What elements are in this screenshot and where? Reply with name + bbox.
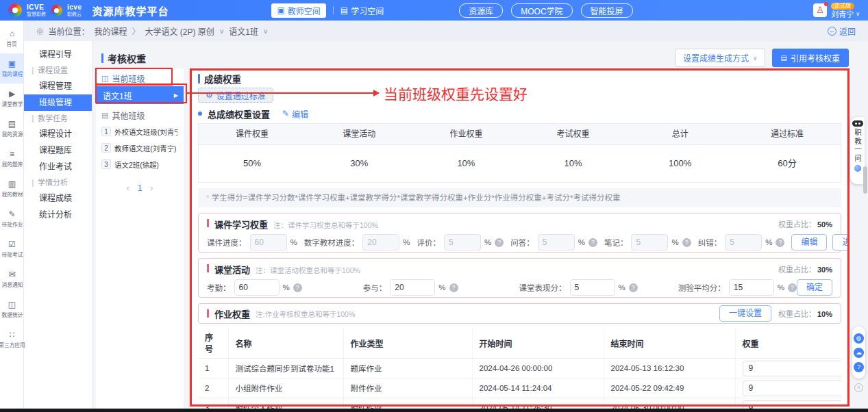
participation-input[interactable] <box>390 279 435 296</box>
rail-item-third-party[interactable]: ∷第三方应用 <box>0 324 24 355</box>
rail-item-statistics[interactable]: ◫数据统计 <box>0 294 24 324</box>
set-grade-generation-button[interactable]: 设置成绩生成方式 ∨ <box>675 49 765 67</box>
edit-total-weight-button[interactable]: ✎ 编辑 <box>282 108 308 120</box>
weight-input[interactable] <box>743 361 842 376</box>
rail-item-classroom-teaching[interactable]: ▶课堂教学 <box>0 83 24 114</box>
download-float-icon[interactable]: ☁ <box>854 348 864 358</box>
nav-teacher-space[interactable]: ▣ 教师空间 <box>271 3 325 18</box>
mooc-college-button[interactable]: MOOC学院 <box>511 3 572 18</box>
help-icon[interactable]: ? <box>495 238 504 247</box>
one-click-setting-button[interactable]: 一键设置 <box>719 305 771 322</box>
homework-actions: 一键设置 权重占比：10% <box>719 305 832 322</box>
assistant-tab[interactable]: 职教一问 <box>850 117 865 184</box>
col-header-end: 结束时间 <box>604 328 735 359</box>
class-caret-icon[interactable]: ∨ <box>263 27 268 35</box>
activity-confirm-button[interactable]: 确定 <box>797 279 832 296</box>
rail-item-textbooks[interactable]: ▥我的教材 <box>0 174 24 204</box>
rail-item-question-bank[interactable]: ≡我的题库 <box>0 144 24 174</box>
rail-label: 我的教材 <box>1 190 23 197</box>
field-quiz-average: 测验平均分： % ? <box>678 279 797 296</box>
help-icon[interactable]: ? <box>449 283 458 292</box>
resource-library-button[interactable]: 资源库 <box>459 3 503 18</box>
grade-weight-title-text: 成绩权重 <box>204 72 241 86</box>
rail-label: 数据统计 <box>1 310 23 318</box>
submenu-course-question-bank[interactable]: 课程题库 <box>24 142 92 159</box>
nav-learning-space[interactable]: ▤ 学习空间 <box>340 5 384 16</box>
back-button[interactable]: ← 返回 <box>828 25 856 37</box>
submenu-section-teaching-task: 教学任务 <box>24 111 92 126</box>
cell-start-time: 2024-04-26 00:00:00 <box>472 359 604 378</box>
submenu-course-design[interactable]: 课程设计 <box>24 126 92 142</box>
class-list-item[interactable]: 2 教师语文班(刘青宁) <box>96 140 184 156</box>
weight-cell: % <box>743 381 835 396</box>
browser-float-icon[interactable]: ◍ <box>854 333 864 344</box>
logo2-title: icve <box>67 4 82 12</box>
rail-item-pending-homework[interactable]: ✎待批作业 <box>0 204 24 234</box>
attendance-input[interactable] <box>234 279 280 296</box>
learning-space-icon: ▤ <box>340 5 348 15</box>
smart-cast-button[interactable]: 智能投屏 <box>581 3 633 18</box>
quote-assessment-weight-button[interactable]: ▤ 引用考核权重 <box>772 49 849 67</box>
scrollbar-thumb[interactable] <box>863 166 867 194</box>
set-pass-standard-button[interactable]: ⚙ 设置通过标准 <box>198 88 273 103</box>
help-icon[interactable]: ? <box>588 238 597 247</box>
rail-label: 我的课程 <box>1 69 23 77</box>
rail-item-notifications[interactable]: ✉消息通知 <box>0 264 24 294</box>
current-class-row[interactable]: 语文1班 ▶ <box>96 86 184 104</box>
icve-logo-icon <box>8 3 22 17</box>
help-icon[interactable]: ? <box>776 238 784 247</box>
class-list-item[interactable]: 1 外校语文班级(刘青宁sy) <box>96 123 184 140</box>
rail-item-my-resources[interactable]: ▤我的资源 <box>0 114 24 144</box>
user-name[interactable]: 刘青宁 ∨ <box>831 11 860 18</box>
submenu-class-manage[interactable]: 班级管理 <box>24 94 92 111</box>
evaluation-input[interactable] <box>444 234 481 250</box>
submenu-stat-analysis[interactable]: 统计分析 <box>24 207 92 223</box>
avatar[interactable]: ♙ <box>813 3 827 17</box>
learning-space-label: 学习空间 <box>351 5 384 16</box>
help-icon[interactable]: ? <box>788 283 797 292</box>
submenu-course-grade[interactable]: 课程成绩 <box>24 190 92 207</box>
submenu-course-manage[interactable]: 课程管理 <box>24 78 92 94</box>
submenu-homework-exam[interactable]: 作业考试 <box>24 159 92 175</box>
breadcrumb-course[interactable]: 大学语文 (2P) 原创 <box>145 25 214 37</box>
class-performance-input[interactable] <box>570 279 615 296</box>
help-float-icon[interactable]: ? <box>854 362 864 372</box>
close-float-icon[interactable]: × <box>854 383 863 392</box>
class-name: 外校语文班级(刘青宁sy) <box>114 126 177 136</box>
cell-start-time: 2024-05-14 11:26:30 <box>472 398 604 409</box>
courseware-weight-section: 课件学习权重 注：课件学习权重总和等于100% 权重占比：50% 课件进度： %… <box>198 213 841 253</box>
qa-input[interactable] <box>538 234 575 250</box>
submenu-course-guide[interactable]: 课程引导 <box>24 47 92 63</box>
user-area[interactable]: ♙ 正式版 刘青宁 ∨ <box>813 3 860 18</box>
rail-item-home[interactable]: ⌂首页 <box>0 23 24 53</box>
pass-standard-label: 设置通过标准 <box>216 90 266 101</box>
teacher-space-icon: ▣ <box>277 5 284 15</box>
pagination-prev-icon[interactable]: ‹ <box>127 183 129 193</box>
globe-icon <box>854 165 861 172</box>
course-caret-icon[interactable]: ∨ <box>219 27 224 35</box>
digital-textbook-progress-input[interactable] <box>362 234 399 250</box>
pending-homework-icon: ✎ <box>8 210 15 218</box>
field-notes: 笔记： % ? <box>604 234 691 250</box>
current-class-icon: ◫ <box>101 74 108 83</box>
courseware-progress-input[interactable] <box>250 234 287 250</box>
pagination-next-icon[interactable]: › <box>150 183 153 193</box>
error-correction-input[interactable] <box>725 234 762 250</box>
quiz-average-input[interactable] <box>729 279 774 296</box>
weight-input[interactable] <box>743 381 842 396</box>
class-list-item[interactable]: 3 语文2班(徐超) <box>96 156 184 172</box>
weight-input[interactable] <box>743 400 842 409</box>
notes-input[interactable] <box>631 234 668 250</box>
topbar-links: 资源库 MOOC学院 智能投屏 <box>459 3 632 18</box>
pagination-page-1[interactable]: 1 <box>138 183 142 193</box>
courseware-edit-button[interactable]: 编辑 <box>791 234 827 250</box>
rail-item-my-courses[interactable]: ▣我的课程 <box>0 53 24 83</box>
breadcrumb-class[interactable]: 语文1班 <box>229 25 258 37</box>
progress-setting-button[interactable]: 进度设置 <box>832 234 850 250</box>
breadcrumb-root[interactable]: 我的课程 <box>95 25 127 37</box>
pagination: ‹ 1 › <box>96 183 184 193</box>
rail-item-pending-exams[interactable]: ☑待批考试 <box>0 234 24 264</box>
help-icon[interactable]: ? <box>682 238 691 247</box>
help-icon[interactable]: ? <box>293 283 302 292</box>
help-icon[interactable]: ? <box>629 283 638 292</box>
